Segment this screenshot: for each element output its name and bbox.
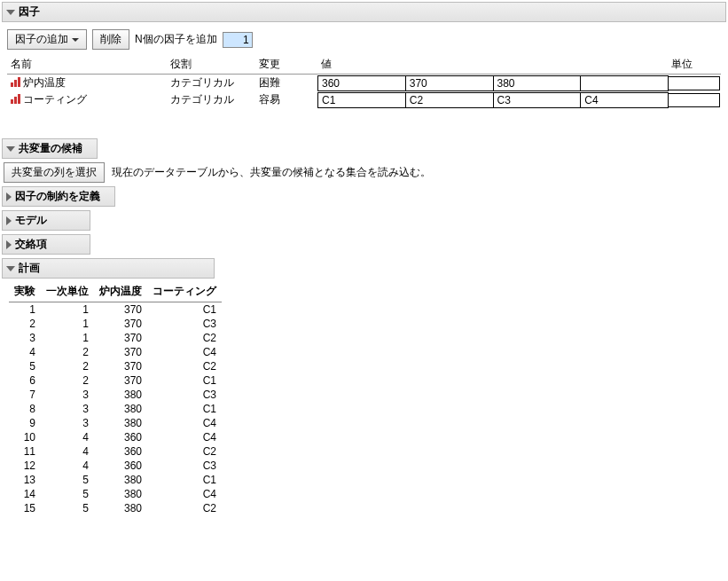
factor-unit-cell[interactable]	[668, 91, 721, 108]
factor-value-input[interactable]: C1	[317, 92, 406, 108]
design-row[interactable]: 83380C1	[9, 402, 222, 416]
design-cell-coating[interactable]: C4	[147, 487, 222, 501]
design-cell-coating[interactable]: C2	[147, 331, 222, 345]
col-role[interactable]: 役割	[167, 55, 255, 75]
design-row[interactable]: 11370C1	[9, 302, 222, 318]
design-cell-wp[interactable]: 3	[41, 402, 94, 416]
col-temp[interactable]: 炉内温度	[94, 282, 147, 302]
design-cell-coating[interactable]: C3	[147, 317, 222, 331]
design-row[interactable]: 21370C3	[9, 317, 222, 331]
design-cell-run[interactable]: 6	[9, 373, 41, 388]
design-cell-temp[interactable]: 370	[94, 373, 147, 388]
design-cell-wp[interactable]: 1	[41, 302, 94, 318]
select-covariate-button[interactable]: 共変量の列を選択	[4, 162, 105, 183]
design-cell-temp[interactable]: 380	[94, 388, 147, 402]
design-cell-wp[interactable]: 2	[41, 359, 94, 373]
design-cell-wp[interactable]: 2	[41, 373, 94, 388]
factor-name-cell[interactable]: 炉内温度	[7, 75, 167, 92]
design-row[interactable]: 104360C4	[9, 430, 222, 444]
design-cell-coating[interactable]: C2	[147, 359, 222, 373]
design-cell-wp[interactable]: 4	[41, 444, 94, 459]
design-cell-temp[interactable]: 370	[94, 317, 147, 331]
factor-name-cell[interactable]: コーティング	[7, 91, 167, 108]
col-unit[interactable]: 単位	[668, 55, 721, 75]
design-row[interactable]: 73380C3	[9, 388, 222, 402]
add-factor-button[interactable]: 因子の追加	[7, 29, 87, 50]
design-cell-coating[interactable]: C2	[147, 444, 222, 459]
design-cell-run[interactable]: 15	[9, 501, 41, 515]
design-cell-coating[interactable]: C4	[147, 416, 222, 430]
design-row[interactable]: 114360C2	[9, 444, 222, 459]
design-cell-wp[interactable]: 5	[41, 501, 94, 515]
design-cell-run[interactable]: 14	[9, 487, 41, 501]
design-cell-temp[interactable]: 370	[94, 345, 147, 359]
design-row[interactable]: 93380C4	[9, 416, 222, 430]
constraints-panel-header[interactable]: 因子の制約を定義	[2, 186, 115, 207]
col-values[interactable]: 値	[317, 55, 668, 75]
design-cell-run[interactable]: 11	[9, 444, 41, 459]
factor-value-input[interactable]: 360	[317, 75, 406, 91]
design-cell-coating[interactable]: C4	[147, 345, 222, 359]
design-cell-temp[interactable]: 380	[94, 487, 147, 501]
design-cell-temp[interactable]: 380	[94, 402, 147, 416]
design-cell-temp[interactable]: 360	[94, 430, 147, 444]
design-cell-coating[interactable]: C2	[147, 501, 222, 515]
factor-value-input[interactable]	[580, 75, 669, 91]
design-row[interactable]: 135380C1	[9, 473, 222, 487]
factor-change-cell[interactable]: 容易	[255, 91, 317, 108]
design-cell-temp[interactable]: 380	[94, 416, 147, 430]
delete-factor-button[interactable]: 削除	[92, 29, 129, 50]
design-cell-temp[interactable]: 380	[94, 473, 147, 487]
factor-value-input[interactable]: 370	[405, 75, 494, 91]
design-cell-coating[interactable]: C1	[147, 373, 222, 388]
design-cell-wp[interactable]: 2	[41, 345, 94, 359]
col-wp[interactable]: 一次単位	[41, 282, 94, 302]
col-coating[interactable]: コーティング	[147, 282, 222, 302]
design-panel-header[interactable]: 計画	[2, 258, 215, 279]
design-cell-temp[interactable]: 370	[94, 331, 147, 345]
design-cell-coating[interactable]: C3	[147, 388, 222, 402]
design-cell-run[interactable]: 13	[9, 473, 41, 487]
design-row[interactable]: 155380C2	[9, 501, 222, 515]
design-cell-run[interactable]: 5	[9, 359, 41, 373]
design-cell-coating[interactable]: C1	[147, 473, 222, 487]
design-cell-temp[interactable]: 360	[94, 459, 147, 473]
design-cell-run[interactable]: 8	[9, 402, 41, 416]
factor-value-input[interactable]: C3	[493, 92, 582, 108]
design-cell-wp[interactable]: 3	[41, 388, 94, 402]
design-cell-temp[interactable]: 370	[94, 359, 147, 373]
design-cell-temp[interactable]: 380	[94, 501, 147, 515]
design-cell-run[interactable]: 3	[9, 331, 41, 345]
col-run[interactable]: 実験	[9, 282, 41, 302]
factor-change-cell[interactable]: 困難	[255, 75, 317, 92]
design-cell-coating[interactable]: C3	[147, 459, 222, 473]
factor-unit-cell[interactable]	[668, 75, 721, 92]
factor-row[interactable]: 炉内温度カテゴリカル困難360370380	[7, 75, 721, 92]
design-cell-run[interactable]: 10	[9, 430, 41, 444]
col-name[interactable]: 名前	[7, 55, 167, 75]
design-cell-wp[interactable]: 4	[41, 459, 94, 473]
design-row[interactable]: 52370C2	[9, 359, 222, 373]
factor-value-input[interactable]: C4	[580, 92, 669, 108]
design-cell-run[interactable]: 1	[9, 302, 41, 318]
design-cell-wp[interactable]: 1	[41, 317, 94, 331]
design-cell-run[interactable]: 7	[9, 388, 41, 402]
design-cell-wp[interactable]: 3	[41, 416, 94, 430]
design-cell-run[interactable]: 12	[9, 459, 41, 473]
design-row[interactable]: 31370C2	[9, 331, 222, 345]
factor-value-input[interactable]: C2	[405, 92, 494, 108]
design-cell-wp[interactable]: 4	[41, 430, 94, 444]
design-row[interactable]: 145380C4	[9, 487, 222, 501]
factor-role-cell[interactable]: カテゴリカル	[167, 75, 255, 92]
factor-value-input[interactable]: 380	[493, 75, 582, 91]
design-cell-coating[interactable]: C4	[147, 430, 222, 444]
design-cell-run[interactable]: 9	[9, 416, 41, 430]
design-cell-run[interactable]: 2	[9, 317, 41, 331]
design-row[interactable]: 124360C3	[9, 459, 222, 473]
factor-role-cell[interactable]: カテゴリカル	[167, 91, 255, 108]
covariate-panel-header[interactable]: 共変量の候補	[2, 138, 98, 159]
model-panel-header[interactable]: モデル	[2, 210, 90, 231]
factors-panel-header[interactable]: 因子	[2, 2, 726, 22]
design-cell-temp[interactable]: 360	[94, 444, 147, 459]
design-cell-run[interactable]: 4	[9, 345, 41, 359]
